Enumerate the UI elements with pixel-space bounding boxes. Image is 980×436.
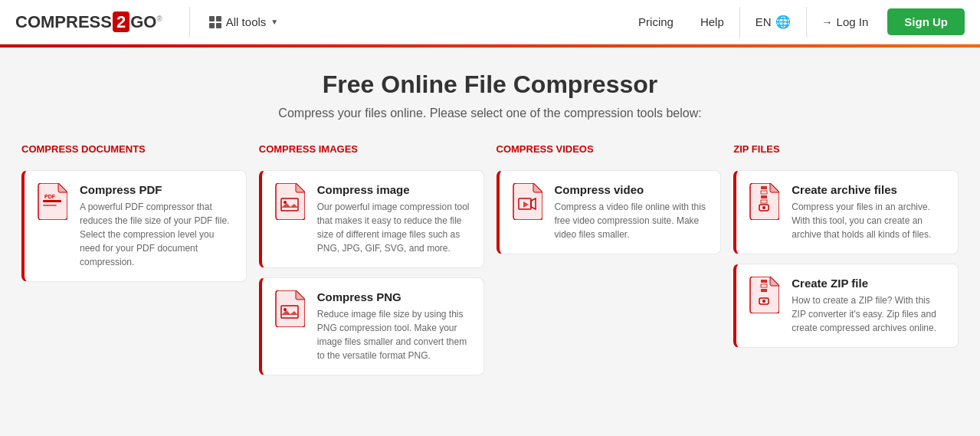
column-zip-files: ZIP FILES Create archive files bbox=[727, 143, 965, 385]
logo-suffix: GO bbox=[130, 12, 156, 31]
column-header-videos: COMPRESS VIDEOS bbox=[497, 143, 722, 161]
column-compress-images: COMPRESS IMAGES Compress image Our power… bbox=[253, 143, 490, 385]
login-arrow-icon: → bbox=[822, 16, 833, 28]
card-compress-pdf[interactable]: PDF Compress PDF A powerful PDF compress… bbox=[21, 170, 247, 282]
card-compress-image[interactable]: Compress image Our powerful image compre… bbox=[259, 170, 484, 268]
card-title-create-archive: Create archive files bbox=[792, 183, 946, 196]
hero-section: Free Online File Compressor Compress you… bbox=[0, 48, 980, 136]
svg-rect-17 bbox=[761, 289, 767, 292]
header-nav: Pricing Help EN 🌐 → Log In Sign Up bbox=[627, 7, 965, 38]
hero-subtitle: Compress your files online. Please selec… bbox=[15, 107, 965, 120]
header: COMPRESS2GO® All tools ▼ Pricing Help EN… bbox=[0, 0, 980, 44]
card-body-compress-video: Compress video Compress a video file onl… bbox=[555, 183, 709, 241]
tool-columns: COMPRESS DOCUMENTS PDF Compress PDF A po… bbox=[15, 143, 965, 385]
svg-rect-11 bbox=[761, 195, 767, 198]
column-header-images: COMPRESS IMAGES bbox=[259, 143, 484, 161]
card-desc-compress-video: Compress a video file online with this f… bbox=[555, 200, 709, 241]
card-body-compress-pdf: Compress PDF A powerful PDF compressor t… bbox=[80, 183, 234, 269]
svg-rect-1 bbox=[43, 205, 57, 206]
video-icon bbox=[512, 183, 546, 221]
logo-prefix: COMPRESS bbox=[15, 12, 112, 31]
column-compress-documents: COMPRESS DOCUMENTS PDF Compress PDF A po… bbox=[15, 143, 253, 385]
svg-text:PDF: PDF bbox=[44, 194, 56, 199]
svg-rect-9 bbox=[761, 186, 767, 189]
png-icon bbox=[274, 290, 308, 329]
card-desc-compress-image: Our powerful image compression tool that… bbox=[317, 200, 471, 255]
card-body-create-archive: Create archive files Compress your files… bbox=[792, 183, 946, 241]
card-title-compress-video: Compress video bbox=[555, 183, 709, 196]
svg-rect-12 bbox=[761, 200, 767, 203]
svg-point-19 bbox=[762, 300, 765, 303]
main-content: COMPRESS DOCUMENTS PDF Compress PDF A po… bbox=[0, 136, 980, 400]
globe-icon: 🌐 bbox=[775, 15, 791, 29]
svg-point-14 bbox=[762, 206, 765, 209]
zip-icon bbox=[749, 277, 782, 315]
card-title-compress-pdf: Compress PDF bbox=[80, 183, 234, 196]
login-label: Log In bbox=[837, 15, 869, 28]
column-header-documents: COMPRESS DOCUMENTS bbox=[21, 143, 247, 161]
header-divider-3 bbox=[806, 7, 807, 38]
card-desc-create-zip: How to create a ZIP file? With this ZIP … bbox=[792, 293, 946, 335]
grid-icon bbox=[209, 16, 221, 28]
logo-trademark: ® bbox=[156, 14, 162, 22]
card-title-compress-image: Compress image bbox=[317, 183, 471, 196]
language-button[interactable]: EN 🌐 bbox=[744, 8, 802, 35]
hero-title: Free Online File Compressor bbox=[15, 70, 965, 99]
chevron-down-icon: ▼ bbox=[270, 18, 278, 26]
svg-rect-10 bbox=[761, 191, 767, 194]
card-body-compress-png: Compress PNG Reduce image file size by u… bbox=[317, 290, 471, 362]
card-compress-png[interactable]: Compress PNG Reduce image file size by u… bbox=[259, 277, 484, 375]
all-tools-button[interactable]: All tools ▼ bbox=[202, 11, 286, 33]
svg-point-6 bbox=[284, 308, 287, 311]
all-tools-label: All tools bbox=[226, 15, 267, 28]
header-divider-1 bbox=[189, 7, 190, 38]
card-body-create-zip: Create ZIP file How to create a ZIP file… bbox=[792, 277, 946, 335]
pdf-icon: PDF bbox=[37, 183, 70, 221]
svg-rect-15 bbox=[761, 280, 767, 283]
header-divider-2 bbox=[739, 7, 740, 38]
archive-icon bbox=[749, 183, 782, 221]
svg-rect-16 bbox=[761, 284, 767, 287]
card-title-compress-png: Compress PNG bbox=[317, 290, 471, 303]
card-body-compress-image: Compress image Our powerful image compre… bbox=[317, 183, 471, 255]
card-create-zip[interactable]: Create ZIP file How to create a ZIP file… bbox=[733, 264, 959, 348]
pricing-link[interactable]: Pricing bbox=[627, 9, 685, 34]
logo-number: 2 bbox=[113, 11, 129, 32]
signup-button[interactable]: Sign Up bbox=[887, 8, 965, 35]
card-desc-compress-png: Reduce image file size by using this PNG… bbox=[317, 307, 471, 362]
card-compress-video[interactable]: Compress video Compress a video file onl… bbox=[497, 170, 722, 254]
lang-label: EN bbox=[755, 15, 772, 28]
image-icon bbox=[274, 183, 308, 221]
column-compress-videos: COMPRESS VIDEOS Compress video Compress … bbox=[490, 143, 728, 385]
column-header-zip: ZIP FILES bbox=[733, 143, 959, 161]
card-title-create-zip: Create ZIP file bbox=[792, 277, 946, 290]
card-desc-create-archive: Compress your files in an archive. With … bbox=[792, 200, 946, 241]
login-button[interactable]: → Log In bbox=[811, 9, 880, 34]
logo[interactable]: COMPRESS2GO® bbox=[15, 12, 162, 32]
svg-rect-0 bbox=[43, 200, 61, 202]
card-create-archive[interactable]: Create archive files Compress your files… bbox=[733, 170, 959, 254]
help-link[interactable]: Help bbox=[689, 9, 736, 34]
svg-point-4 bbox=[284, 201, 287, 204]
card-desc-compress-pdf: A powerful PDF compressor that reduces t… bbox=[80, 200, 234, 269]
logo-text: COMPRESS2GO® bbox=[15, 12, 162, 32]
